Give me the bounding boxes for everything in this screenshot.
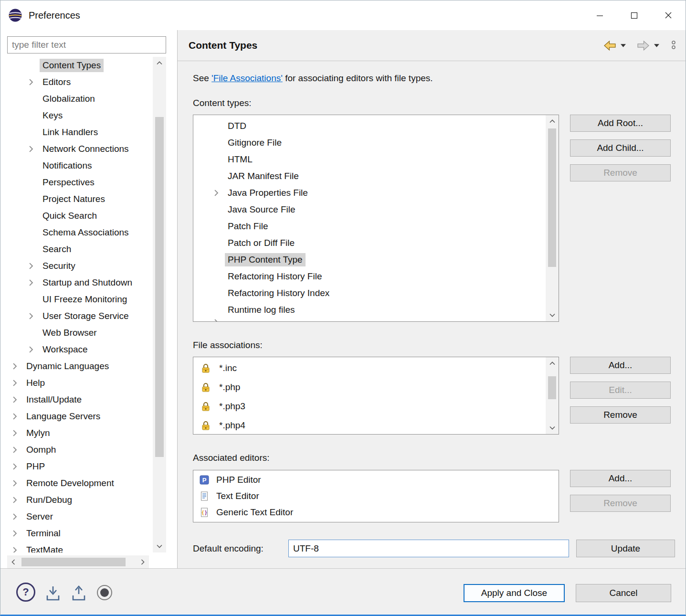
export-preferences-icon[interactable]	[69, 585, 88, 602]
content-type-patch-file[interactable]: Patch File	[193, 218, 559, 234]
scrollbar-track[interactable]	[153, 69, 166, 540]
cancel-button[interactable]: Cancel	[576, 584, 671, 602]
scrollbar-thumb[interactable]	[548, 128, 556, 267]
scrollbar-thumb[interactable]	[155, 117, 164, 457]
file-associations-scrollbar[interactable]	[546, 357, 559, 434]
scrollbar-track[interactable]	[546, 127, 559, 309]
forward-history-dropdown-icon[interactable]	[654, 44, 659, 47]
tree-item-server[interactable]: Server	[0, 508, 152, 525]
scroll-up-icon[interactable]	[546, 115, 559, 127]
content-type-dtd[interactable]: DTD	[193, 117, 559, 134]
back-history-dropdown-icon[interactable]	[621, 44, 626, 47]
content-type-java-properties-file[interactable]: Java Properties File	[193, 184, 559, 201]
associated-editors-add-button[interactable]: Add...	[570, 470, 671, 487]
minimize-button[interactable]	[582, 0, 617, 30]
tree-item-editors[interactable]: Editors	[0, 74, 152, 90]
file-association-php3[interactable]: *.php3	[193, 397, 559, 416]
content-type-refactoring-history-index[interactable]: Refactoring History Index	[193, 285, 559, 301]
scrollbar-track[interactable]	[546, 370, 559, 422]
help-icon[interactable]: ?	[16, 583, 35, 602]
tree-item-content-types[interactable]: Content Types	[0, 57, 152, 74]
scroll-up-icon[interactable]	[546, 357, 559, 370]
tree-item-project-natures[interactable]: Project Natures	[0, 191, 152, 207]
content-type-java-source-file[interactable]: Java Source File	[193, 201, 559, 218]
tree-item-dynamic-languages[interactable]: Dynamic Languages	[0, 358, 152, 374]
file-associations-remove-button[interactable]: Remove	[570, 406, 671, 424]
tree-item-remote-development[interactable]: Remote Development	[0, 475, 152, 491]
tree-item-workspace[interactable]: Workspace	[0, 341, 152, 358]
tree-item-language-servers[interactable]: Language Servers	[0, 408, 152, 425]
associated-editors-list[interactable]: PPHP EditorText Editor{}Generic Text Edi…	[193, 470, 559, 522]
tree-item-keys[interactable]: Keys	[0, 107, 152, 124]
tree-item-perspectives[interactable]: Perspectives	[0, 174, 152, 191]
file-associations-list[interactable]: *.inc*.php*.php3*.php4	[193, 357, 559, 435]
default-encoding-input[interactable]	[288, 540, 569, 557]
file-associations-add-button[interactable]: Add...	[570, 357, 671, 374]
file-association-php[interactable]: *.php	[193, 378, 559, 397]
content-types-list[interactable]: DTDGitignore FileHTMLJAR Manifest FileJa…	[193, 115, 559, 322]
tree-item-security[interactable]: Security	[0, 257, 152, 274]
content-types-scrollbar[interactable]	[546, 115, 559, 321]
content-types-add-child-button[interactable]: Add Child...	[570, 139, 671, 157]
tree-item-ui-freeze-monitoring[interactable]: UI Freeze Monitoring	[0, 291, 152, 308]
content-type-refactoring-history-file[interactable]: Refactoring History File	[193, 268, 559, 285]
scroll-right-icon[interactable]	[137, 555, 149, 569]
scrollbar-thumb[interactable]	[548, 376, 556, 399]
apply-and-close-button[interactable]: Apply and Close	[464, 584, 565, 602]
content-type-label: PHP Content Type	[225, 253, 306, 266]
tree-item-run-debug[interactable]: Run/Debug	[0, 491, 152, 508]
scroll-down-icon[interactable]	[546, 309, 559, 321]
content-type-patch-or-diff-file[interactable]: Patch or Diff File	[193, 234, 559, 251]
tree-item-search[interactable]: Search	[0, 241, 152, 257]
content-type-jar-manifest-file[interactable]: JAR Manifest File	[193, 168, 559, 184]
tree-item-notifications[interactable]: Notifications	[0, 157, 152, 174]
content-types-remove-button[interactable]: Remove	[570, 164, 671, 181]
tree-item-quick-search[interactable]: Quick Search	[0, 207, 152, 224]
scroll-up-icon[interactable]	[153, 57, 166, 69]
tree-item-mylyn[interactable]: Mylyn	[0, 425, 152, 441]
tree-item-network-connections[interactable]: Network Connections	[0, 140, 152, 157]
associated-editors-remove-button[interactable]: Remove	[570, 495, 671, 512]
scroll-down-icon[interactable]	[153, 540, 166, 552]
forward-arrow-icon[interactable]	[637, 40, 650, 51]
file-association-php4[interactable]: *.php4	[193, 416, 559, 435]
tree-item-schema-associations[interactable]: Schema Associations	[0, 224, 152, 241]
tree-item-link-handlers[interactable]: Link Handlers	[0, 124, 152, 140]
tree-horizontal-scrollbar[interactable]	[7, 555, 149, 569]
associated-editor-php-editor[interactable]: PPHP Editor	[193, 472, 559, 488]
maximize-button[interactable]	[617, 0, 651, 30]
file-associations-link[interactable]: 'File Associations'	[211, 73, 283, 83]
scroll-down-icon[interactable]	[546, 422, 559, 434]
close-button[interactable]	[651, 0, 686, 30]
tree-item-globalization[interactable]: Globalization	[0, 90, 152, 107]
tree-item-web-browser[interactable]: Web Browser	[0, 324, 152, 341]
back-arrow-icon[interactable]	[603, 40, 616, 51]
view-menu-icon[interactable]	[671, 39, 676, 52]
associated-editor-text-editor[interactable]: Text Editor	[193, 488, 559, 504]
update-button[interactable]: Update	[576, 540, 675, 557]
scroll-left-icon[interactable]	[7, 555, 20, 569]
content-type-runtime-log-files[interactable]: Runtime log files	[193, 301, 559, 318]
tree-vertical-scrollbar[interactable]	[153, 57, 166, 552]
preference-recorder-icon[interactable]	[95, 583, 114, 602]
file-associations-edit-button[interactable]: Edit...	[570, 382, 671, 399]
tree-item-textmate[interactable]: TextMate	[0, 542, 152, 552]
content-type-gitignore-file[interactable]: Gitignore File	[193, 134, 559, 151]
content-type-php-content-type[interactable]: PHP Content Type	[193, 251, 559, 268]
scrollbar-thumb[interactable]	[21, 558, 126, 566]
filter-input[interactable]	[7, 36, 166, 53]
tree-item-php[interactable]: PHP	[0, 458, 152, 475]
tree-item-install-update[interactable]: Install/Update	[0, 391, 152, 408]
tree-item-help[interactable]: Help	[0, 374, 152, 391]
file-association-inc[interactable]: *.inc	[193, 359, 559, 378]
tree-item-user-storage-service[interactable]: User Storage Service	[0, 308, 152, 324]
tree-item-startup-and-shutdown[interactable]: Startup and Shutdown	[0, 274, 152, 291]
tree-item-terminal[interactable]: Terminal	[0, 525, 152, 542]
content-type-html[interactable]: HTML	[193, 151, 559, 168]
tree-item-oomph[interactable]: Oomph	[0, 441, 152, 458]
svg-text:{: {	[202, 510, 204, 515]
import-preferences-icon[interactable]	[43, 585, 63, 602]
associated-editor-generic-text-editor[interactable]: {}Generic Text Editor	[193, 504, 559, 520]
content-types-add-root-button[interactable]: Add Root...	[570, 115, 671, 132]
scrollbar-track[interactable]	[20, 555, 137, 569]
